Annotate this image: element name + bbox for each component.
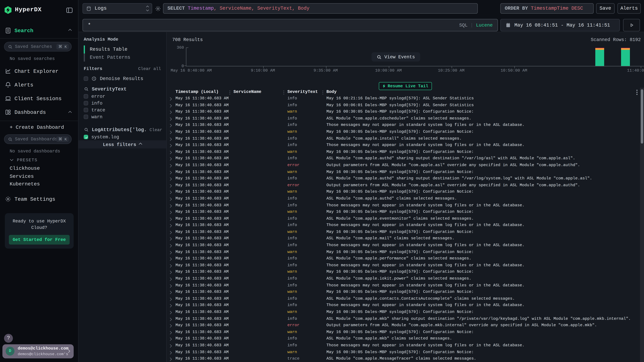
expand-row-chevron-icon[interactable]: [169, 251, 172, 254]
column-header-severitytext[interactable]: SeverityText: [288, 89, 318, 94]
log-row[interactable]: May 16 11:38:40.683 AMwarnMay 16 00:30:0…: [167, 189, 640, 196]
log-row[interactable]: May 16 11:38:40.683 AMinfoASL Module "co…: [167, 176, 640, 182]
log-row[interactable]: May 16 11:38:40.683 AMwarnMay 16 00:30:0…: [167, 289, 640, 296]
expand-row-chevron-icon[interactable]: [169, 271, 172, 274]
run-query-button[interactable]: [623, 19, 640, 31]
alerts-button[interactable]: Alerts: [618, 3, 641, 14]
collapse-sidebar-icon[interactable]: [66, 7, 73, 14]
saved-dashboards-input[interactable]: Saved Dashboards ⌘ K: [4, 134, 72, 144]
table-options-kebab-icon[interactable]: [636, 90, 638, 91]
search-query-input[interactable]: * SQL | Lucene: [82, 19, 498, 31]
expand-row-chevron-icon[interactable]: [169, 164, 172, 167]
expand-row-chevron-icon[interactable]: [169, 298, 172, 301]
log-row[interactable]: May 16 11:38:40.683 AMwarnMay 16 00:30:0…: [167, 209, 640, 216]
log-row[interactable]: May 16 11:38:40.683 AMwarnMay 16 00:30:0…: [167, 309, 640, 316]
log-row[interactable]: May 16 11:38:40.683 AMinfoThose messages…: [167, 223, 640, 229]
facet-option-info[interactable]: info: [84, 100, 162, 107]
column-header-servicename[interactable]: ServiceName: [234, 89, 261, 94]
expand-row-chevron-icon[interactable]: [169, 211, 172, 214]
clear-all-link[interactable]: Clear all: [138, 66, 161, 71]
log-row[interactable]: May 16 11:38:40.683 AMinfoASL Module "co…: [167, 116, 640, 122]
log-row[interactable]: May 16 11:38:40.683 AMinfoMay 16 00:06:0…: [167, 102, 640, 109]
sidebar-item-search[interactable]: Search: [14, 28, 33, 34]
get-started-button[interactable]: Get Started for Free: [9, 235, 70, 245]
column-resize-handle[interactable]: [283, 90, 284, 91]
presets-header[interactable]: PRESETS: [17, 158, 38, 162]
denoise-filter[interactable]: Denoise Results: [84, 75, 143, 82]
log-row[interactable]: May 16 11:38:40.683 AMinfoASL Module "co…: [167, 256, 640, 263]
expand-row-chevron-icon[interactable]: [169, 338, 172, 341]
column-header-timestamp[interactable]: Timestamp (Local): [176, 89, 218, 94]
log-row[interactable]: May 16 11:38:40.683 AMwarnMay 16 00:30:0…: [167, 229, 640, 236]
expand-row-chevron-icon[interactable]: [169, 344, 172, 347]
expand-row-chevron-icon[interactable]: [169, 304, 172, 307]
expand-row-chevron-icon[interactable]: [169, 358, 172, 361]
expand-row-chevron-icon[interactable]: [169, 124, 172, 127]
select-clause-input[interactable]: SELECT Timestamp, ServiceName, SeverityT…: [163, 3, 478, 14]
checkbox[interactable]: [84, 108, 88, 112]
dashboards-collapse-chevron-icon[interactable]: [68, 111, 72, 114]
log-row[interactable]: May 16 11:38:40.683 AMinfoASL Module "co…: [167, 236, 640, 243]
expand-row-chevron-icon[interactable]: [169, 117, 172, 120]
log-row[interactable]: May 16 11:38:40.683 AMtraceASL Module "c…: [167, 356, 640, 362]
date-range-picker[interactable]: May 16 08:41:51 - May 16 11:41:51: [500, 19, 620, 31]
histogram-bar[interactable]: [621, 48, 630, 66]
sidebar-preset-clickhouse[interactable]: Clickhouse: [10, 166, 40, 171]
log-row[interactable]: May 16 11:38:40.683 AMinfoASL Module "co…: [167, 276, 640, 283]
denoise-checkbox[interactable]: [84, 76, 88, 81]
expand-row-chevron-icon[interactable]: [169, 291, 172, 294]
mode-lucene[interactable]: Lucene: [476, 22, 493, 28]
checkbox-checked[interactable]: [84, 135, 88, 139]
save-button[interactable]: Save: [596, 3, 614, 14]
log-row[interactable]: May 16 11:38:40.683 AMerrorOutput parame…: [167, 323, 640, 330]
expand-row-chevron-icon[interactable]: [169, 224, 172, 227]
analysis-mode-option[interactable]: Event Patterns: [84, 53, 162, 61]
log-row[interactable]: May 16 11:38:40.683 AMinfoASL Module "co…: [167, 336, 640, 343]
expand-row-chevron-icon[interactable]: [169, 171, 172, 174]
resume-live-tail-button[interactable]: Resume Live Tail: [379, 82, 432, 90]
mode-sql[interactable]: SQL: [459, 22, 468, 28]
sidebar-item-alerts[interactable]: Alerts: [14, 82, 33, 88]
facet-option-error[interactable]: error: [84, 93, 162, 100]
facet-option-trace[interactable]: trace: [84, 107, 162, 113]
expand-row-chevron-icon[interactable]: [169, 331, 172, 334]
histogram-bar[interactable]: [596, 48, 604, 66]
scrollbar-thumb[interactable]: [641, 89, 643, 144]
expand-row-chevron-icon[interactable]: [169, 264, 172, 267]
create-dashboard-button[interactable]: + Create Dashboard: [10, 125, 64, 130]
table-scrollbar[interactable]: [640, 88, 644, 362]
expand-row-chevron-icon[interactable]: [169, 137, 172, 140]
expand-row-chevron-icon[interactable]: [169, 257, 172, 261]
sidebar-item-client-sessions[interactable]: Client Sessions: [14, 96, 62, 102]
facet-option-warn[interactable]: warn: [84, 113, 162, 120]
log-row[interactable]: May 16 11:38:40.683 AMinfoThose messages…: [167, 122, 640, 129]
log-row[interactable]: May 16 11:38:40.683 AMinfoThose messages…: [167, 203, 640, 209]
column-resize-handle[interactable]: [230, 90, 230, 91]
log-row[interactable]: May 16 11:38:40.683 AMinfoASL Module "co…: [167, 296, 640, 303]
log-row[interactable]: May 16 11:38:40.683 AMerrorOutput parame…: [167, 162, 640, 169]
log-row[interactable]: May 16 11:38:40.683 AMinfoThose messages…: [167, 343, 640, 350]
log-row[interactable]: May 16 11:38:40.683 AMinfoASL Module "co…: [167, 316, 640, 323]
expand-row-chevron-icon[interactable]: [169, 97, 172, 100]
log-row[interactable]: May 16 11:38:40.683 AMinfoThose messages…: [167, 142, 640, 149]
saved-searches-input[interactable]: Saved Searches ⌘ K: [4, 42, 72, 51]
log-row[interactable]: May 16 11:38:40.683 AMwarnMay 16 00:30:0…: [167, 169, 640, 176]
expand-row-chevron-icon[interactable]: [169, 197, 172, 200]
log-row[interactable]: May 16 11:38:40.683 AMinfoASL Module "co…: [167, 216, 640, 223]
expand-row-chevron-icon[interactable]: [169, 104, 172, 107]
log-row[interactable]: May 16 11:38:40.683 AMinfoASL Module "co…: [167, 136, 640, 142]
source-select[interactable]: Logs: [82, 3, 152, 14]
expand-row-chevron-icon[interactable]: [169, 177, 172, 180]
source-settings-gear-icon[interactable]: [155, 6, 161, 12]
log-row[interactable]: May 16 11:38:40.683 AMwarnMay 16 00:30:0…: [167, 329, 640, 336]
expand-row-chevron-icon[interactable]: [169, 151, 172, 154]
help-button[interactable]: ?: [4, 334, 13, 343]
presets-chevron-icon[interactable]: [10, 158, 13, 161]
log-row[interactable]: May 16 11:38:40.683 AMwarnMay 16 00:30:0…: [167, 109, 640, 116]
search-collapse-chevron-icon[interactable]: [68, 29, 72, 32]
expand-row-chevron-icon[interactable]: [169, 237, 172, 241]
expand-row-chevron-icon[interactable]: [169, 157, 172, 160]
user-menu[interactable]: D demos@clickhouse.com demos@clickhouse.…: [2, 344, 74, 359]
expand-row-chevron-icon[interactable]: [169, 111, 172, 114]
expand-row-chevron-icon[interactable]: [169, 324, 172, 327]
